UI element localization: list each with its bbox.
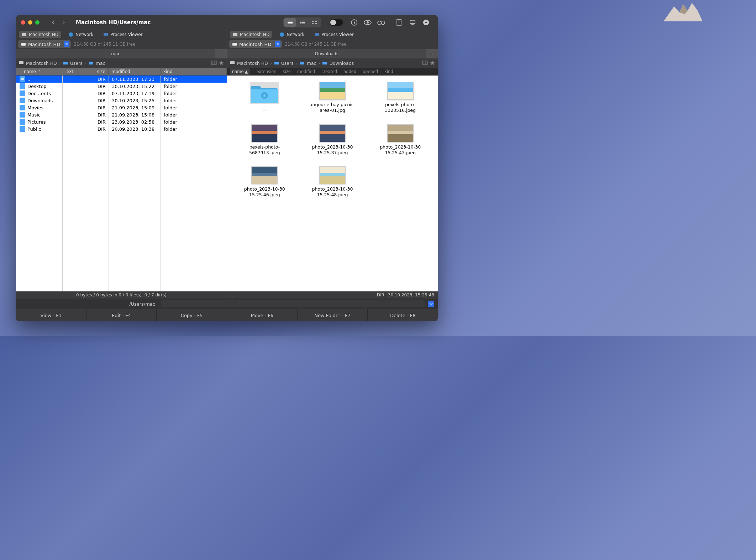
archive-icon[interactable] (392, 17, 406, 27)
star-icon[interactable] (219, 61, 224, 66)
fn-button[interactable]: Delete - F8 (368, 309, 438, 321)
file-name: Downloads (27, 98, 62, 103)
svg-rect-23 (410, 20, 415, 24)
file-kind: folder (161, 118, 227, 125)
file-row[interactable]: Movies DIR 21.09.2023, 15:09 folder (16, 104, 227, 111)
svg-rect-39 (422, 61, 427, 64)
right-path-tab[interactable]: Downloads (227, 49, 426, 58)
bc-mac[interactable]: mac (96, 61, 105, 66)
bc-users[interactable]: Users (70, 61, 83, 66)
binoculars-icon[interactable] (374, 17, 388, 27)
grid-item-image[interactable]: pexels-photo-3320516.jpeg (374, 82, 427, 114)
grid-item-image[interactable]: photo_2023-10-30 15.25.48.jpeg (306, 166, 359, 198)
right-icon-grid[interactable]: .. angourie-bay-picnic-area-01.jpg pexel… (227, 76, 438, 291)
drive-tab-hd[interactable]: Macintosh HD (230, 31, 272, 38)
ih-created[interactable]: created (321, 69, 337, 74)
svg-point-20 (381, 21, 385, 25)
folder-icon (20, 126, 25, 132)
ih-modified[interactable]: modified (297, 69, 315, 74)
fn-button[interactable]: Copy - F5 (157, 309, 227, 321)
file-size: DIR (78, 111, 109, 118)
close-button[interactable] (21, 20, 25, 25)
minimize-button[interactable] (28, 20, 32, 25)
fn-button[interactable]: View - F3 (16, 309, 86, 321)
right-add-tab[interactable]: ＋ (426, 49, 438, 58)
folder-icon (20, 76, 25, 82)
star-icon[interactable] (430, 61, 435, 66)
file-ext (62, 76, 78, 83)
command-dropdown[interactable] (428, 301, 434, 307)
drive-tab-hd[interactable]: Macintosh HD (19, 31, 61, 38)
col-kind[interactable]: kind (161, 68, 227, 75)
ih-extension[interactable]: extension (256, 69, 276, 74)
left-path-tab[interactable]: mac (16, 49, 215, 58)
col-ext[interactable]: ext (62, 68, 78, 75)
grid-item-image[interactable]: photo_2023-10-30 15.25.37.jpeg (306, 124, 359, 156)
drive-tab-network[interactable]: Network (277, 31, 307, 38)
drive-tab-process[interactable]: Process Viewer (311, 31, 356, 38)
file-row[interactable]: Music DIR 21.09.2023, 15:08 folder (16, 111, 227, 118)
left-file-list[interactable]: .. DIR 07.11.2023, 17:23 folder Desktop … (16, 76, 227, 291)
fn-button[interactable]: New Folder - F7 (298, 309, 368, 321)
image-thumbnail (387, 82, 414, 100)
view-list-button[interactable] (284, 18, 296, 27)
svg-rect-8 (301, 22, 305, 23)
grid-item-image[interactable]: angourie-bay-picnic-area-01.jpg (306, 82, 359, 114)
globe-icon (279, 32, 284, 37)
file-kind: folder (161, 90, 227, 97)
ih-size[interactable]: size (283, 69, 291, 74)
grid-item-parent[interactable]: .. (238, 82, 291, 114)
file-row[interactable]: Downloads DIR 30.10.2023, 15:25 folder (16, 97, 227, 104)
right-status-bar: .. DIR 30.10.2023, 15:25:48 (227, 291, 438, 299)
folder-icon (250, 82, 279, 104)
ih-opened[interactable]: opened (363, 69, 378, 74)
file-modified: 07.11.2023, 17:23 (109, 76, 161, 83)
hidden-toggle[interactable] (330, 19, 343, 26)
network-share-icon[interactable] (406, 17, 419, 27)
fn-button[interactable]: Move - F6 (227, 309, 298, 321)
right-drive-selector[interactable]: Macintosh HD ⇅ (229, 40, 282, 48)
hd-icon (232, 42, 237, 47)
col-name[interactable]: name⌃ (16, 68, 62, 75)
zoom-button[interactable] (35, 20, 40, 25)
columns-icon[interactable] (211, 61, 217, 66)
file-row[interactable]: Public DIR 20.09.2023, 10:38 folder (16, 125, 227, 133)
info-icon[interactable]: i (347, 17, 361, 27)
left-drive-selector[interactable]: Macintosh HD ⇅ (18, 40, 71, 48)
back-button[interactable] (49, 18, 58, 27)
quicklook-icon[interactable] (361, 17, 374, 27)
view-icons-button[interactable] (308, 18, 320, 27)
grid-item-image[interactable]: pexels-photo-5687913.jpeg (238, 124, 291, 156)
svg-rect-6 (301, 21, 305, 21)
forward-button[interactable] (59, 18, 68, 27)
svg-rect-47 (388, 91, 413, 100)
command-input[interactable] (161, 300, 425, 307)
image-thumbnail (251, 124, 278, 142)
view-detail-button[interactable] (296, 18, 308, 27)
download-icon[interactable] (419, 17, 433, 27)
file-row[interactable]: Desktop DIR 30.10.2023, 15:22 folder (16, 83, 227, 90)
col-modified[interactable]: modified (109, 68, 161, 75)
file-modified: 21.09.2023, 15:09 (109, 104, 161, 111)
ih-added[interactable]: added (343, 69, 356, 74)
bc-hd[interactable]: Macintosh HD (26, 61, 57, 66)
file-row[interactable]: Pictures DIR 23.09.2023, 02:58 folder (16, 118, 227, 125)
left-status-text: 0 bytes / 0 bytes in 0 / 0 file(s). 0 / … (76, 292, 167, 297)
col-size[interactable]: size (78, 68, 109, 75)
svg-rect-60 (252, 173, 277, 176)
drive-tab-process[interactable]: Process Viewer (100, 31, 145, 38)
drive-tab-network[interactable]: Network (65, 31, 96, 38)
ih-kind[interactable]: kind (384, 69, 393, 74)
svg-rect-28 (104, 33, 108, 36)
fn-button[interactable]: Edit - F4 (86, 309, 157, 321)
columns-icon[interactable] (422, 61, 428, 66)
file-row[interactable]: .. DIR 07.11.2023, 17:23 folder (16, 76, 227, 83)
grid-item-label: photo_2023-10-30 15.25.46.jpeg (238, 186, 291, 198)
sort-asc-icon: ⌃ (38, 70, 41, 73)
left-add-tab[interactable]: ＋ (215, 49, 227, 58)
file-size: DIR (78, 83, 109, 90)
grid-item-image[interactable]: photo_2023-10-30 15.25.46.jpeg (238, 166, 291, 198)
ih-name[interactable]: name ▲ (230, 68, 250, 75)
grid-item-image[interactable]: photo_2023-10-30 15.25.43.jpeg (374, 124, 427, 156)
file-row[interactable]: Doc…ents DIR 07.11.2023, 17:19 folder (16, 90, 227, 97)
